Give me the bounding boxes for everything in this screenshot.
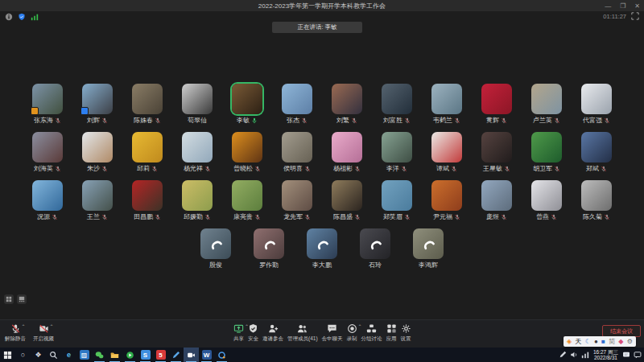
settings-button[interactable]: 设置: [401, 323, 411, 343]
participant-tile[interactable]: 尹元福: [431, 180, 462, 220]
layout-grid-icon[interactable]: [4, 294, 14, 304]
caret-up-icon[interactable]: ⌃: [21, 324, 25, 329]
taskbar-meeting-app-icon[interactable]: [184, 348, 199, 362]
participant-tile[interactable]: 杨光祥: [182, 132, 213, 172]
participant-tile[interactable]: 杨祖彬: [332, 132, 362, 172]
participant-avatar[interactable]: [32, 84, 63, 114]
security-button[interactable]: 安全: [248, 323, 258, 343]
tray-app-tian-icon[interactable]: 天: [575, 339, 581, 345]
participant-avatar[interactable]: [32, 132, 63, 162]
participant-avatar[interactable]: [581, 180, 612, 211]
minimize-button[interactable]: —: [605, 2, 611, 10]
participant-avatar[interactable]: [232, 132, 262, 162]
participant-tile[interactable]: 侯明喜: [282, 132, 312, 172]
participant-tile[interactable]: 石玲: [360, 228, 390, 269]
participant-avatar[interactable]: [431, 84, 462, 114]
participant-tile[interactable]: 胡卫军: [531, 132, 562, 172]
taskbar-sogou-search-icon[interactable]: [214, 348, 229, 362]
participant-tile[interactable]: 张东海: [32, 84, 63, 124]
participant-avatar[interactable]: [82, 132, 113, 162]
invite-button[interactable]: 邀请参会: [262, 323, 283, 343]
participant-tile[interactable]: 苟翠仙: [182, 84, 213, 124]
participant-tile[interactable]: 邱莉: [132, 132, 163, 172]
participant-avatar[interactable]: [531, 132, 562, 162]
participant-avatar[interactable]: [182, 84, 213, 114]
participant-avatar[interactable]: [132, 132, 163, 162]
taskbar-photos-icon[interactable]: ▨: [76, 348, 92, 362]
participant-tile[interactable]: 李敏: [232, 84, 262, 124]
tray-app-orange-icon[interactable]: ◈: [567, 339, 572, 345]
taskbar-edge-icon[interactable]: e: [61, 348, 76, 362]
participant-tile[interactable]: 刘海英: [32, 132, 63, 172]
participant-tile[interactable]: 况源: [32, 180, 63, 220]
participant-avatar[interactable]: [132, 84, 163, 114]
participant-avatar[interactable]: [481, 84, 512, 114]
participant-tile[interactable]: 陈姝春: [132, 84, 163, 124]
notification-msg-icon[interactable]: [634, 351, 642, 359]
record-button[interactable]: ⌃录制: [347, 323, 357, 343]
participant-avatar[interactable]: [360, 228, 390, 259]
participant-tile[interactable]: 韦鹤兰: [431, 84, 462, 124]
participant-tile[interactable]: 庞煜: [481, 180, 512, 220]
tray-app-blue-icon[interactable]: ■: [601, 339, 605, 345]
participant-avatar[interactable]: [282, 180, 312, 211]
participant-avatar[interactable]: [82, 180, 113, 211]
pen-gray-icon[interactable]: [559, 351, 567, 359]
participant-tile[interactable]: 刘辉: [82, 84, 113, 124]
participant-tile[interactable]: 陈昌盛: [332, 180, 362, 220]
participant-avatar[interactable]: [332, 180, 362, 211]
participant-avatar[interactable]: [282, 132, 312, 162]
tray-app-dark-icon[interactable]: ●: [594, 339, 598, 345]
taskbar-wechat-icon[interactable]: [92, 348, 107, 362]
close-button[interactable]: ✕: [634, 2, 640, 10]
participant-avatar[interactable]: [332, 132, 362, 162]
participant-tile[interactable]: 卢兰英: [531, 84, 562, 124]
participant-avatar[interactable]: [200, 228, 231, 259]
participant-avatar[interactable]: [82, 84, 113, 114]
participant-tile[interactable]: 郑笑眉: [382, 180, 412, 220]
participant-avatar[interactable]: [431, 132, 462, 162]
participant-tile[interactable]: 曾燕: [531, 180, 562, 220]
participant-avatar[interactable]: [282, 84, 312, 114]
participant-avatar[interactable]: [332, 84, 362, 114]
participant-tile[interactable]: 刘繁: [332, 84, 362, 124]
participant-avatar[interactable]: [382, 132, 412, 162]
participant-tile[interactable]: 龙先军: [282, 180, 312, 220]
maximize-button[interactable]: ❐: [620, 2, 625, 10]
caret-up-icon[interactable]: ⌃: [358, 324, 362, 329]
participant-avatar[interactable]: [32, 180, 63, 211]
participant-avatar[interactable]: [382, 84, 412, 114]
taskbar-widgets-icon[interactable]: ❖: [31, 348, 46, 362]
participant-tile[interactable]: 王兰: [82, 180, 113, 220]
participant-tile[interactable]: 罗作勤: [254, 228, 284, 269]
taskbar-clock[interactable]: 16:27 周三 2022/8/31: [593, 349, 618, 361]
taskbar-player-icon[interactable]: [122, 348, 138, 362]
taskbar-pen-app-icon[interactable]: [168, 348, 184, 362]
participant-avatar[interactable]: [531, 180, 562, 211]
chat-button[interactable]: 会中聊天: [322, 323, 343, 343]
participant-avatar[interactable]: [232, 84, 262, 114]
participant-avatar[interactable]: [581, 132, 612, 162]
participant-tile[interactable]: 曾晓松: [232, 132, 262, 172]
participant-avatar[interactable]: [182, 132, 213, 162]
participant-tile[interactable]: 代富强: [581, 84, 612, 124]
participant-tile[interactable]: 王星敏: [481, 132, 512, 172]
tray-app-gear-icon[interactable]: ⚙: [627, 339, 633, 345]
participant-tile[interactable]: 刘富胜: [382, 84, 412, 124]
taskbar-search-icon[interactable]: [46, 348, 61, 362]
meeting-info-icon[interactable]: [5, 13, 13, 21]
taskbar-start-icon[interactable]: [0, 348, 15, 362]
participant-tile[interactable]: 郑斌: [581, 132, 612, 172]
participant-avatar[interactable]: [254, 228, 284, 259]
volume-icon[interactable]: [570, 351, 578, 359]
participant-avatar[interactable]: [431, 180, 462, 211]
taskbar-word-icon[interactable]: W: [199, 348, 214, 362]
tray-app-moon-icon[interactable]: ☾: [585, 339, 591, 345]
breakout-button[interactable]: 分组讨论: [361, 323, 382, 343]
participant-avatar[interactable]: [182, 180, 213, 211]
participant-avatar[interactable]: [382, 180, 412, 211]
caret-up-icon[interactable]: ⌃: [49, 324, 53, 329]
taskbar-red-app-icon[interactable]: 5: [153, 348, 168, 362]
participant-tile[interactable]: 李大鹏: [307, 228, 337, 269]
fullscreen-icon[interactable]: [631, 12, 639, 20]
